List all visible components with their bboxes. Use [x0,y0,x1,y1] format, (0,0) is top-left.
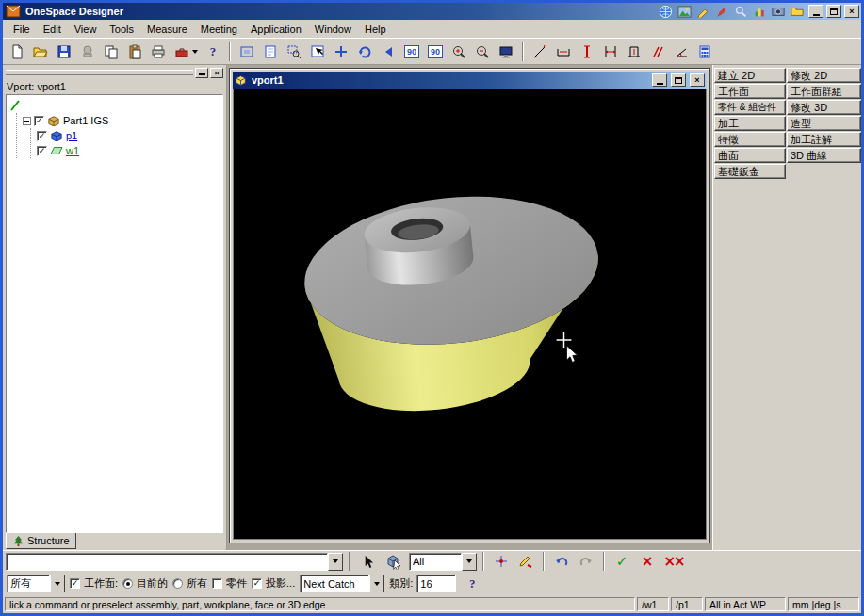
filter-value[interactable]: 所有 [7,575,50,592]
apply-button[interactable]: ✓ [611,552,633,572]
p1-checkbox[interactable]: ✓ [37,131,47,141]
next-catch-dropdown-button[interactable] [369,575,384,592]
all-radio[interactable] [172,578,183,589]
filter-dropdown-button[interactable] [50,575,65,592]
globe-icon[interactable] [657,4,674,19]
panel-button-styling[interactable]: 造型 [787,116,861,131]
calculator-button[interactable] [693,41,716,62]
angle-dim-button[interactable] [670,41,693,62]
workplane-option[interactable]: ✓ 工作面: [70,576,118,591]
previous-view-button[interactable] [377,41,399,62]
next-catch-value[interactable]: Next Catch [300,575,369,592]
workplane-checkbox[interactable]: ✓ [70,578,80,589]
rotate-view-button[interactable] [353,41,376,62]
panel-button-machining-annotation[interactable]: 加工註解 [787,132,861,147]
folder-color-icon[interactable] [789,4,806,19]
filter-combobox[interactable]: 所有 [7,575,65,592]
print-button[interactable] [147,41,170,62]
projection-option[interactable]: ✓ 投影... [252,576,295,591]
pane-close-button[interactable]: × [210,68,223,78]
panel-button-feature[interactable]: 特徵 [714,132,786,147]
viewport-canvas[interactable] [233,89,707,540]
panel-button-machining[interactable]: 加工 [714,116,786,131]
zoom-box-button[interactable] [283,41,305,62]
tree-item-w1[interactable]: ✓ w1 [37,143,220,158]
pane-minimize-button[interactable] [195,68,208,78]
viewport-titlebar[interactable]: vport1 × [233,72,707,89]
tree-item-label[interactable]: p1 [66,130,77,141]
w1-checkbox[interactable]: ✓ [37,146,47,156]
minimize-button[interactable] [808,5,823,18]
select-box-button[interactable] [306,41,329,62]
copy-button[interactable] [100,41,122,62]
tree-item-part1[interactable]: ✓ Part1 IGS [23,113,220,128]
chain-dim-button[interactable] [599,41,622,62]
tree-item-label[interactable]: w1 [66,145,79,156]
screen-button[interactable] [495,41,517,62]
save-button[interactable] [53,41,75,62]
line-dim-button[interactable] [529,41,551,62]
vertical-dim-button[interactable] [576,41,598,62]
redo-button[interactable] [575,552,597,572]
menu-meeting[interactable]: Meeting [194,22,244,37]
part-option[interactable]: 零件 [212,576,247,591]
new-button[interactable] [6,41,28,62]
panel-button-surface[interactable]: 曲面 [714,148,786,163]
scope-dropdown-button[interactable] [462,553,477,571]
command-dropdown-button[interactable] [328,553,343,571]
part-checkbox[interactable] [212,578,222,589]
scope-value[interactable]: All [409,553,462,571]
select-cursor-button[interactable] [356,552,379,572]
tree-item-p1[interactable]: ✓ p1 [37,128,220,143]
paste-button[interactable] [123,41,146,62]
viewport-minimize-button[interactable] [652,73,667,87]
projection-checkbox[interactable]: ✓ [252,578,262,589]
menu-file[interactable]: File [7,22,37,37]
menu-view[interactable]: View [68,22,104,37]
category-field[interactable] [416,575,456,592]
command-combobox[interactable] [6,553,343,571]
rotate-90-ccw-button[interactable]: 90 [424,41,447,62]
viewport-close-button[interactable]: × [690,73,705,87]
context-help-button[interactable]: ? [461,574,483,593]
magnifier-icon[interactable] [732,4,749,19]
tree-root-item[interactable] [8,98,220,113]
datum-dim-button[interactable] [623,41,645,62]
select-scope-button[interactable] [381,552,407,572]
current-radio[interactable] [122,578,133,589]
horizontal-dim-button[interactable] [552,41,575,62]
panel-button-workplane-group[interactable]: 工作面群組 [787,84,861,99]
menu-window[interactable]: Window [308,22,358,37]
panel-button-modify-2d[interactable]: 修改 2D [787,68,861,83]
menu-help[interactable]: Help [358,22,393,37]
sheet-view-button[interactable] [259,41,282,62]
scope-combobox[interactable]: All [409,553,477,571]
part1-checkbox[interactable]: ✓ [34,116,44,126]
maximize-button[interactable] [826,5,841,18]
zoom-out-button[interactable] [471,41,494,62]
chart-icon[interactable] [751,4,768,19]
close-button[interactable]: × [844,5,859,18]
camera-icon[interactable] [770,4,787,19]
catch-edit-button[interactable] [514,552,537,572]
fit-view-button[interactable] [236,41,258,62]
zoom-in-button[interactable] [448,41,470,62]
brush-icon[interactable] [713,4,730,19]
next-catch-combobox[interactable]: Next Catch [300,575,384,592]
all-option[interactable]: 所有 [172,576,207,591]
image-icon[interactable] [676,4,693,19]
help-button[interactable]: ? [202,41,224,62]
rotate-90-cw-button[interactable]: 90 [400,41,423,62]
panel-button-3d-curve[interactable]: 3D 曲線 [787,148,861,163]
pencil-icon[interactable] [694,4,711,19]
panel-button-part-assembly[interactable]: 零件 & 組合件 [714,100,786,115]
catch-point-button[interactable] [490,552,513,572]
stamp-button[interactable] [76,41,99,62]
undo-button[interactable] [550,552,573,572]
hatch-button[interactable] [646,41,669,62]
cancel-button[interactable]: × [635,552,658,572]
viewport-maximize-button[interactable] [671,73,686,87]
tab-structure[interactable]: Structure [6,533,76,549]
expander-icon[interactable] [23,117,31,125]
panel-button-modify-3d[interactable]: 修改 3D [787,100,861,115]
